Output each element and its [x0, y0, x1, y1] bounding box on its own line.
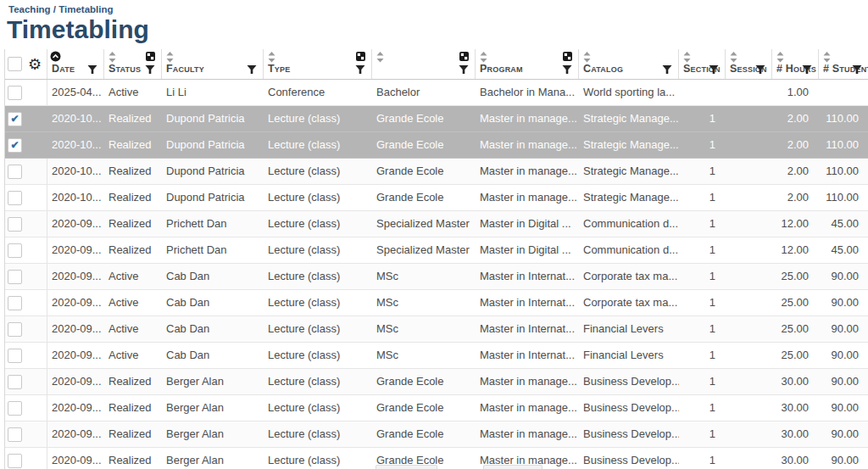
cell-program: Bachelor in Mana...	[476, 80, 579, 105]
cell-section: 1	[679, 159, 726, 184]
row-checkbox[interactable]	[8, 401, 22, 416]
cell-session	[726, 185, 772, 210]
table-row[interactable]: 2020-10...RealizedDupond PatriciaLecture…	[5, 159, 868, 185]
filter-funnel-icon[interactable]	[459, 64, 469, 75]
row-checkbox[interactable]	[8, 427, 22, 442]
breadcrumb[interactable]: Teaching / Timetabling	[8, 4, 868, 14]
cell-program: Master in Internat...	[476, 290, 579, 315]
filter-funnel-icon[interactable]	[87, 64, 97, 75]
select-column-header: ⚙	[5, 49, 47, 79]
column-header-status[interactable]: Status	[104, 49, 162, 79]
cell-hours: 30.00	[772, 422, 819, 447]
row-checkbox[interactable]	[8, 296, 22, 310]
filter-funnel-icon[interactable]	[852, 64, 862, 75]
table-row[interactable]: ✔ 2020-10...RealizedDupond PatriciaLectu…	[5, 106, 868, 132]
row-checkbox[interactable]: ✔	[8, 112, 22, 126]
table-row[interactable]: 2020-09...RealizedBerger AlanLecture (cl…	[5, 422, 868, 448]
select-all-checkbox[interactable]	[8, 57, 22, 71]
cell-type: Lecture (class)	[264, 132, 372, 158]
table-row[interactable]: ✔ 2020-10...RealizedDupond PatriciaLectu…	[5, 132, 868, 159]
cell-students: 45.00	[819, 211, 868, 237]
column-header-date[interactable]: Date	[47, 49, 104, 79]
column-header-level[interactable]	[372, 49, 476, 79]
cell-date: 2020-09...	[47, 264, 104, 289]
cell-session	[726, 211, 772, 237]
cell-section: 1	[679, 369, 726, 394]
cell-catalog: Strategic Manage...	[579, 185, 679, 210]
column-header-hours[interactable]: # Hours	[772, 49, 819, 79]
cell-level: Grande Ecole	[372, 159, 476, 184]
cell-hours: 30.00	[772, 395, 819, 421]
row-checkbox[interactable]	[8, 217, 22, 232]
row-checkbox[interactable]	[8, 349, 22, 363]
filter-funnel-icon[interactable]	[247, 64, 257, 75]
column-label: Status	[108, 63, 141, 75]
sort-icon	[683, 52, 691, 63]
table-row[interactable]: 2020-09...ActiveCab DanLecture (class)MS…	[5, 343, 868, 369]
column-header-students[interactable]: # Students	[819, 49, 868, 79]
cell-session	[726, 264, 772, 289]
cell-faculty: Li Li	[162, 80, 264, 105]
row-checkbox[interactable]: ✔	[8, 138, 22, 153]
table-row[interactable]: 2020-09...ActiveCab DanLecture (class)MS…	[5, 290, 868, 316]
filter-active-badge-icon	[356, 52, 365, 61]
table-row[interactable]: 2020-10...RealizedDupond PatriciaLecture…	[5, 185, 868, 211]
filter-funnel-icon[interactable]	[562, 64, 572, 75]
column-label: Date	[52, 63, 75, 75]
column-header-program[interactable]: Program	[476, 49, 579, 79]
column-header-session[interactable]: Session	[726, 49, 772, 79]
cell-status: Active	[104, 290, 162, 315]
sort-icon	[376, 52, 384, 63]
row-checkbox[interactable]	[8, 165, 22, 179]
pagination-button-2[interactable]	[483, 465, 542, 469]
cell-date: 2020-09...	[47, 422, 104, 447]
column-header-faculty[interactable]: Faculty	[162, 49, 264, 79]
row-checkbox[interactable]	[8, 375, 22, 389]
cell-hours: 12.00	[772, 237, 819, 263]
cell-type: Lecture (class)	[264, 237, 372, 263]
column-header-section[interactable]: Section	[679, 49, 726, 79]
table-row[interactable]: 2020-09...RealizedBerger AlanLecture (cl…	[5, 369, 868, 395]
cell-type: Lecture (class)	[264, 106, 372, 131]
cell-hours: 30.00	[772, 369, 819, 394]
filter-funnel-icon[interactable]	[709, 64, 719, 75]
gear-icon[interactable]: ⚙	[28, 57, 42, 72]
row-checkbox[interactable]	[8, 86, 22, 100]
filter-funnel-icon[interactable]	[802, 64, 812, 75]
cell-faculty: Dupond Patricia	[162, 159, 264, 184]
cell-catalog: Business Develop...	[579, 448, 679, 469]
filter-funnel-icon[interactable]	[662, 64, 672, 75]
cell-faculty: Berger Alan	[162, 422, 264, 447]
cell-faculty: Dupond Patricia	[162, 185, 264, 210]
pagination-button-1[interactable]	[376, 465, 437, 469]
row-select-cell: ✔	[5, 106, 47, 131]
filter-funnel-icon[interactable]	[355, 64, 365, 75]
row-checkbox[interactable]	[8, 270, 22, 284]
filter-funnel-icon[interactable]	[755, 64, 765, 75]
table-row[interactable]: 2020-09...ActiveCab DanLecture (class)MS…	[5, 316, 868, 343]
filter-funnel-icon[interactable]	[145, 64, 155, 75]
table-row[interactable]: 2025-04...ActiveLi LiConferenceBachelorB…	[5, 80, 868, 106]
cell-date: 2020-09...	[47, 211, 104, 237]
cell-students: 90.00	[819, 290, 868, 315]
cell-session	[726, 395, 772, 421]
table-row[interactable]: 2020-09...RealizedBerger AlanLecture (cl…	[5, 395, 868, 422]
row-checkbox[interactable]	[8, 322, 22, 337]
cell-faculty: Cab Dan	[162, 264, 264, 289]
row-checkbox[interactable]	[8, 243, 22, 258]
cell-program: Master in Internat...	[476, 316, 579, 342]
row-checkbox[interactable]	[8, 454, 22, 468]
table-row[interactable]: 2020-09...RealizedPrichett DanLecture (c…	[5, 237, 868, 264]
table-row[interactable]: 2020-09...ActiveCab DanLecture (class)MS…	[5, 264, 868, 290]
row-select-cell	[5, 422, 47, 447]
cell-level: MSc	[372, 316, 476, 342]
row-checkbox[interactable]	[8, 191, 22, 205]
cell-type: Lecture (class)	[264, 343, 372, 368]
column-header-catalog[interactable]: Catalog	[579, 49, 679, 79]
column-header-type[interactable]: Type	[264, 49, 372, 79]
row-select-cell	[5, 211, 47, 237]
cell-students: 90.00	[819, 264, 868, 289]
table-row[interactable]: 2020-09...RealizedPrichett DanLecture (c…	[5, 211, 868, 237]
cell-students	[819, 80, 868, 105]
cell-date: 2020-09...	[47, 395, 104, 421]
